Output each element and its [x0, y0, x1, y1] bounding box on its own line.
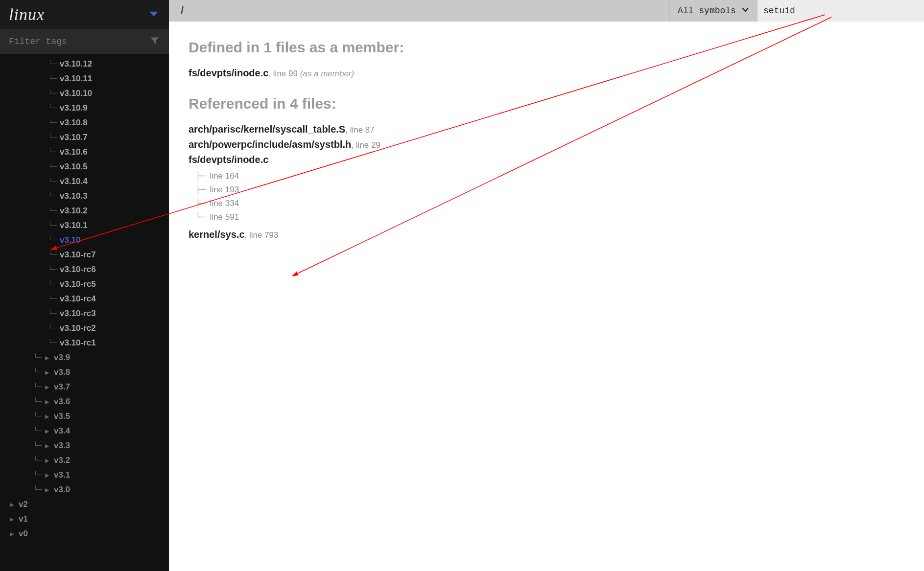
- tag-item[interactable]: └─v3.10.7: [0, 130, 169, 145]
- reference-list: arch/parisc/kernel/syscall_table.S, line…: [189, 124, 904, 240]
- main-area: / All symbols Defined in 1 files as a me…: [169, 0, 924, 571]
- tag-group[interactable]: └─▶v3.4: [0, 424, 169, 438]
- tag-item[interactable]: └─v3.10.12: [0, 57, 169, 71]
- referenced-heading: Referenced in 4 files:: [189, 95, 904, 112]
- tag-item[interactable]: └─v3.10.2: [0, 204, 169, 218]
- tag-group[interactable]: └─▶v3.9: [0, 350, 169, 365]
- sidebar: linux └─v3.10.12└─v3.10.11└─v3.10.10└─v3…: [0, 0, 169, 571]
- tag-item[interactable]: └─v3.10: [0, 233, 169, 248]
- tag-group[interactable]: └─▶v3.8: [0, 365, 169, 380]
- tag-item[interactable]: └─v3.10.4: [0, 174, 169, 189]
- sidebar-header: linux: [0, 0, 169, 29]
- reference-line[interactable]: └─line 591: [195, 210, 904, 224]
- tag-item[interactable]: └─v3.10.10: [0, 86, 169, 101]
- definition-meta: , line 99 (as a member): [268, 69, 354, 78]
- tag-group[interactable]: └─▶v3.6: [0, 394, 169, 409]
- tag-item[interactable]: └─v3.10.5: [0, 160, 169, 174]
- tag-group[interactable]: └─▶v3.3: [0, 438, 169, 453]
- tag-item[interactable]: └─v3.10-rc5: [0, 277, 169, 292]
- tag-item[interactable]: └─v3.10.9: [0, 101, 169, 115]
- search-input[interactable]: [763, 6, 918, 16]
- tag-item[interactable]: └─v3.10-rc7: [0, 248, 169, 262]
- breadcrumb-root[interactable]: /: [181, 4, 184, 17]
- project-brand[interactable]: linux: [9, 5, 45, 24]
- filter-row: [0, 29, 169, 54]
- tag-group[interactable]: └─▶v3.0: [0, 482, 169, 497]
- tag-item[interactable]: └─v3.10-rc3: [0, 306, 169, 321]
- svg-marker-0: [149, 12, 158, 17]
- tag-group[interactable]: └─▶v3.1: [0, 468, 169, 482]
- tag-group[interactable]: └─▶v3.7: [0, 380, 169, 394]
- tag-group[interactable]: ▶v0: [0, 526, 169, 541]
- content-pane: Defined in 1 files as a member: fs/devpt…: [169, 22, 924, 262]
- tag-group[interactable]: └─▶v3.2: [0, 453, 169, 468]
- tag-group[interactable]: ▶v1: [0, 512, 169, 526]
- tag-item[interactable]: └─v3.10.11: [0, 71, 169, 86]
- reference-line[interactable]: ├─line 164: [195, 169, 904, 183]
- tag-item[interactable]: └─v3.10.3: [0, 189, 169, 204]
- reference-line[interactable]: ├─line 193: [195, 183, 904, 197]
- tag-item[interactable]: └─v3.10.6: [0, 145, 169, 160]
- tag-group[interactable]: └─▶v3.5: [0, 409, 169, 424]
- tag-group[interactable]: ▶v2: [0, 497, 169, 512]
- tag-item[interactable]: └─v3.10-rc2: [0, 321, 169, 336]
- tag-item[interactable]: └─v3.10.8: [0, 115, 169, 130]
- tag-item[interactable]: └─v3.10-rc1: [0, 336, 169, 350]
- reference-entry[interactable]: fs/devpts/inode.c: [189, 154, 904, 165]
- reference-sublines: ├─line 164├─line 193├─line 334└─line 591: [195, 169, 904, 224]
- definition-entry[interactable]: fs/devpts/inode.c, line 99 (as a member): [189, 68, 904, 79]
- search-box: [758, 0, 924, 22]
- definition-path[interactable]: fs/devpts/inode.c: [189, 68, 268, 78]
- filter-icon[interactable]: [149, 35, 160, 48]
- reference-entry[interactable]: arch/parisc/kernel/syscall_table.S, line…: [189, 124, 904, 135]
- tag-item[interactable]: └─v3.10-rc4: [0, 292, 169, 306]
- tag-tree[interactable]: └─v3.10.12└─v3.10.11└─v3.10.10└─v3.10.9└…: [0, 54, 169, 571]
- tag-item[interactable]: └─v3.10.1: [0, 218, 169, 233]
- chevron-down-icon: [741, 5, 750, 17]
- reference-entry[interactable]: kernel/sys.c, line 793: [189, 229, 904, 240]
- filter-tags-input[interactable]: [9, 37, 136, 46]
- topbar: / All symbols: [169, 0, 924, 22]
- symbol-filter-dropdown[interactable]: All symbols: [669, 0, 758, 22]
- reference-line[interactable]: ├─line 334: [195, 197, 904, 210]
- breadcrumb[interactable]: /: [169, 0, 669, 22]
- defined-heading: Defined in 1 files as a member:: [189, 39, 904, 56]
- symbol-filter-label: All symbols: [678, 6, 736, 16]
- project-dropdown-icon[interactable]: [147, 7, 160, 22]
- reference-entry[interactable]: arch/powerpc/include/asm/systbl.h, line …: [189, 139, 904, 150]
- tag-item[interactable]: └─v3.10-rc6: [0, 262, 169, 277]
